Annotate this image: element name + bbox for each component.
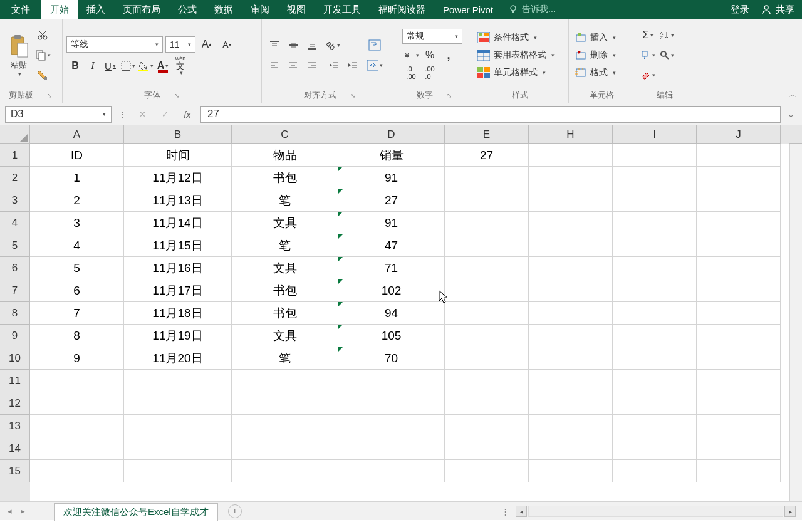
- cell-A4[interactable]: 3: [30, 212, 124, 234]
- cell-E9[interactable]: [445, 325, 529, 347]
- cell-E1[interactable]: 27: [445, 144, 529, 167]
- cell-I14[interactable]: [613, 437, 697, 460]
- cell-J12[interactable]: [697, 392, 781, 415]
- row-header-8[interactable]: 8: [0, 302, 30, 325]
- cell-A12[interactable]: [30, 392, 124, 415]
- fill-button[interactable]: ▾: [640, 47, 656, 63]
- cell-I1[interactable]: [613, 144, 697, 167]
- accept-formula-button[interactable]: ✓: [155, 106, 174, 123]
- cell-B7[interactable]: 11月17日: [124, 279, 232, 302]
- col-header-B[interactable]: B: [124, 125, 232, 144]
- cell-E7[interactable]: [445, 279, 529, 302]
- cell-C10[interactable]: 笔: [232, 347, 338, 370]
- accounting-button[interactable]: ¥▾: [403, 47, 419, 63]
- cell-J9[interactable]: [697, 325, 781, 347]
- cell-E8[interactable]: [445, 302, 529, 325]
- share-button[interactable]: 共享: [761, 4, 794, 16]
- wrap-text-button[interactable]: [367, 37, 383, 53]
- col-header-C[interactable]: C: [232, 125, 338, 144]
- cell-C7[interactable]: 书包: [232, 279, 338, 302]
- cell-B14[interactable]: [124, 437, 232, 460]
- cell-E5[interactable]: [445, 234, 529, 257]
- cell-E3[interactable]: [445, 189, 529, 212]
- cell-C1[interactable]: 物品: [232, 144, 338, 167]
- cell-J3[interactable]: [697, 189, 781, 212]
- row-header-15[interactable]: 15: [0, 460, 30, 482]
- cell-E12[interactable]: [445, 392, 529, 415]
- tab-review[interactable]: 审阅: [242, 0, 278, 19]
- cell-D15[interactable]: [338, 460, 445, 482]
- cell-H11[interactable]: [529, 370, 613, 392]
- row-header-4[interactable]: 4: [0, 212, 30, 234]
- cell-E15[interactable]: [445, 460, 529, 482]
- cell-B6[interactable]: 11月16日: [124, 257, 232, 279]
- conditional-format-button[interactable]: 条件格式▾: [475, 30, 557, 45]
- number-format-select[interactable]: 常规▾: [402, 29, 462, 44]
- cell-D8[interactable]: 94: [338, 302, 445, 325]
- cell-C14[interactable]: [232, 437, 338, 460]
- cell-D11[interactable]: [338, 370, 445, 392]
- cell-H3[interactable]: [529, 189, 613, 212]
- cell-B8[interactable]: 11月18日: [124, 302, 232, 325]
- cell-C11[interactable]: [232, 370, 338, 392]
- formula-input[interactable]: 27: [200, 106, 781, 123]
- cell-styles-button[interactable]: 单元格样式▾: [475, 65, 557, 80]
- insert-function-button[interactable]: fx: [178, 106, 197, 123]
- phonetic-button[interactable]: wén文▾: [172, 58, 189, 74]
- cell-E14[interactable]: [445, 437, 529, 460]
- row-header-9[interactable]: 9: [0, 325, 30, 347]
- align-top-button[interactable]: [266, 37, 283, 53]
- cell-H8[interactable]: [529, 302, 613, 325]
- row-header-13[interactable]: 13: [0, 415, 30, 437]
- cell-H10[interactable]: [529, 347, 613, 370]
- cell-A6[interactable]: 5: [30, 257, 124, 279]
- cell-A8[interactable]: 7: [30, 302, 124, 325]
- clear-button[interactable]: ▾: [640, 67, 656, 83]
- cell-H15[interactable]: [529, 460, 613, 482]
- sheet-nav-next[interactable]: ▸: [18, 506, 28, 516]
- find-select-button[interactable]: ▾: [659, 47, 675, 63]
- cut-button[interactable]: [34, 27, 51, 43]
- align-launcher[interactable]: ⤡: [349, 92, 357, 99]
- cell-H13[interactable]: [529, 415, 613, 437]
- cell-I13[interactable]: [613, 415, 697, 437]
- add-sheet-button[interactable]: +: [228, 504, 242, 518]
- select-all-corner[interactable]: [0, 125, 30, 144]
- italic-button[interactable]: I: [85, 58, 101, 74]
- cell-A9[interactable]: 8: [30, 325, 124, 347]
- cell-J5[interactable]: [697, 234, 781, 257]
- name-box[interactable]: D3▾: [5, 106, 112, 123]
- sheet-tab-active[interactable]: 欢迎关注微信公众号Excel自学成才: [54, 503, 218, 521]
- font-size-select[interactable]: 11▾: [165, 36, 195, 53]
- cell-I8[interactable]: [613, 302, 697, 325]
- cell-B11[interactable]: [124, 370, 232, 392]
- cell-C8[interactable]: 书包: [232, 302, 338, 325]
- tab-file[interactable]: 文件: [0, 0, 41, 19]
- col-header-I[interactable]: I: [613, 125, 697, 144]
- expand-formula-bar-button[interactable]: ⌄: [784, 110, 797, 119]
- col-header-A[interactable]: A: [30, 125, 124, 144]
- cancel-formula-button[interactable]: ✕: [133, 106, 152, 123]
- cell-J10[interactable]: [697, 347, 781, 370]
- cell-J2[interactable]: [697, 167, 781, 189]
- tab-formulas[interactable]: 公式: [169, 0, 206, 19]
- merge-center-button[interactable]: ▾: [367, 57, 383, 73]
- copy-button[interactable]: ▾: [34, 47, 51, 63]
- cell-J14[interactable]: [697, 437, 781, 460]
- cell-H5[interactable]: [529, 234, 613, 257]
- cell-J4[interactable]: [697, 212, 781, 234]
- align-center-button[interactable]: [285, 57, 301, 73]
- login-link[interactable]: 登录: [731, 4, 749, 16]
- cell-B9[interactable]: 11月19日: [124, 325, 232, 347]
- cell-B13[interactable]: [124, 415, 232, 437]
- orientation-button[interactable]: ab▾: [325, 37, 341, 53]
- cell-H2[interactable]: [529, 167, 613, 189]
- cell-D13[interactable]: [338, 415, 445, 437]
- cell-D10[interactable]: 70: [338, 347, 445, 370]
- cell-A14[interactable]: [30, 437, 124, 460]
- cell-D14[interactable]: [338, 437, 445, 460]
- cell-A13[interactable]: [30, 415, 124, 437]
- cell-C9[interactable]: 文具: [232, 325, 338, 347]
- tell-me-search[interactable]: 告诉我...: [502, 0, 731, 19]
- underline-button[interactable]: U▾: [102, 58, 118, 74]
